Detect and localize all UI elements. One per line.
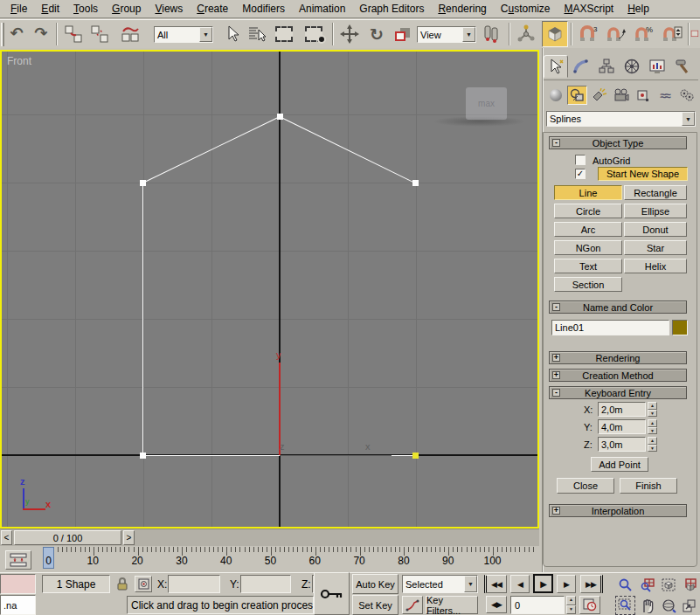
object-color-swatch[interactable] (672, 320, 688, 335)
close-button[interactable]: Close (557, 478, 614, 494)
chevron-down-icon[interactable]: ▼ (682, 112, 695, 126)
menu-views[interactable]: Views (148, 1, 190, 17)
frame-spinner[interactable]: ▲▼ (566, 596, 576, 614)
menu-rendering[interactable]: Rendering (431, 1, 493, 17)
angle-snap-toggle-button[interactable] (603, 22, 629, 46)
default-tangents-button[interactable] (402, 596, 423, 614)
ke-x-input[interactable]: 2,0m (598, 402, 646, 417)
toolbar-grip[interactable] (1, 23, 4, 46)
tab-display[interactable] (645, 55, 669, 78)
spinner-snap-toggle-button[interactable] (659, 22, 685, 46)
unlink-selection-button[interactable] (87, 22, 112, 46)
add-point-button[interactable]: Add Point (591, 457, 648, 472)
select-and-rotate-button[interactable]: ↻ (365, 22, 388, 46)
front-viewport[interactable]: Front max y z x z x y (0, 50, 539, 529)
select-and-link-button[interactable] (61, 22, 86, 46)
undo-button[interactable]: ↶ (5, 22, 28, 45)
bind-to-space-warp-button[interactable] (117, 22, 143, 46)
ke-z-spinner[interactable]: ▲▼ (648, 437, 657, 452)
menu-tools[interactable]: Tools (66, 1, 105, 17)
viewport-label[interactable]: Front (7, 55, 31, 67)
coord-y-input[interactable] (240, 575, 291, 593)
rectangle-button[interactable]: Rectangle (624, 185, 687, 200)
tab-utilities[interactable] (670, 55, 695, 78)
rectangular-selection-region-button[interactable] (271, 22, 297, 46)
named-selection-sets-button[interactable] (690, 22, 700, 46)
menu-modifiers[interactable]: Modifiers (235, 1, 292, 17)
menu-help[interactable]: Help (620, 1, 656, 17)
select-object-button[interactable] (222, 22, 243, 46)
menu-file[interactable]: File (3, 1, 34, 17)
rollout-name-and-color[interactable]: - Name and Color (549, 301, 687, 314)
coord-x-input[interactable] (168, 575, 220, 593)
viewport-canvas[interactable]: Front max y z x z x y (2, 52, 537, 527)
pan-button[interactable] (637, 596, 657, 615)
category-helpers[interactable] (633, 86, 653, 105)
redo-button[interactable]: ↷ (30, 22, 52, 45)
menu-create[interactable]: Create (190, 1, 235, 17)
category-lights[interactable] (589, 86, 609, 105)
selection-lock-toggle[interactable] (115, 577, 129, 591)
arc-rotate-button[interactable] (658, 596, 678, 615)
menu-animation[interactable]: Animation (292, 1, 352, 17)
menu-edit[interactable]: Edit (34, 1, 66, 17)
previous-frame-button[interactable]: ◀ (510, 575, 530, 593)
window-crossing-toggle-button[interactable] (301, 22, 327, 46)
set-key-button[interactable]: Set Key (352, 595, 399, 615)
select-by-name-button[interactable] (245, 22, 269, 46)
current-frame-input[interactable]: 0 (510, 596, 565, 614)
category-cameras[interactable] (611, 86, 631, 105)
keyboard-shortcut-override-button[interactable] (542, 21, 568, 47)
key-filters-button[interactable]: Key Filters... (426, 596, 478, 614)
chevron-down-icon[interactable]: ▼ (462, 27, 475, 42)
ke-x-spinner[interactable]: ▲▼ (648, 402, 657, 417)
go-to-start-button[interactable]: ◀◀ (484, 575, 507, 593)
selection-filter-dropdown[interactable]: All ▼ (154, 26, 213, 43)
open-mini-curve-editor-button[interactable] (5, 550, 31, 570)
select-and-manipulate-button[interactable] (514, 22, 538, 46)
go-to-end-button[interactable]: ▶▶ (580, 575, 603, 593)
play-button[interactable]: ▶ (533, 574, 553, 593)
text-button[interactable]: Text (554, 259, 622, 273)
auto-key-button[interactable]: Auto Key (352, 574, 399, 594)
percent-snap-toggle-button[interactable]: % (631, 22, 657, 46)
rollout-object-type[interactable]: - Object Type (549, 136, 687, 149)
rollout-rendering[interactable]: + Rendering (549, 351, 687, 364)
absolute-offset-mode-toggle[interactable] (135, 576, 152, 592)
select-and-move-button[interactable] (337, 22, 362, 46)
zoom-extents-all-button[interactable] (679, 575, 699, 594)
circle-button[interactable]: Circle (554, 204, 622, 218)
menu-group[interactable]: Group (105, 1, 148, 17)
donut-button[interactable]: Donut (624, 222, 687, 237)
menu-maxscript[interactable]: MAXScript (558, 1, 621, 17)
selected-filter-dropdown[interactable]: Selected ▼ (402, 575, 478, 593)
maxscript-listener-pane[interactable]: .na (0, 595, 36, 615)
reference-coordinate-dropdown[interactable]: View ▼ (417, 26, 476, 43)
ngon-button[interactable]: NGon (554, 240, 622, 255)
rollout-keyboard-entry[interactable]: - Keyboard Entry (549, 386, 687, 399)
tab-create[interactable] (544, 55, 568, 78)
use-pivot-point-center-button[interactable] (479, 22, 503, 46)
time-slider-prev-button[interactable]: < (1, 530, 12, 545)
category-dropdown[interactable]: Splines ▼ (546, 111, 696, 127)
rollout-creation-method[interactable]: + Creation Method (549, 369, 687, 382)
time-configuration-button[interactable] (579, 596, 600, 614)
chevron-down-icon[interactable]: ▼ (199, 27, 212, 42)
track-bar[interactable]: 0 10 20 30 40 50 60 70 80 90 100 (42, 547, 537, 571)
arc-button[interactable]: Arc (554, 222, 622, 237)
start-new-shape-checkbox[interactable]: ✓ (575, 169, 586, 179)
menu-graph-editors[interactable]: Graph Editors (352, 1, 431, 17)
create-key-button[interactable] (314, 572, 350, 615)
key-mode-toggle-button[interactable]: ◀▶ (486, 596, 507, 613)
menu-customize[interactable]: Customize (494, 1, 558, 17)
ellipse-button[interactable]: Ellipse (624, 204, 687, 218)
tab-hierarchy[interactable] (594, 55, 619, 78)
finish-button[interactable]: Finish (620, 478, 677, 494)
zoom-button[interactable] (615, 575, 635, 594)
category-space-warps[interactable]: ≈≈ (655, 86, 675, 105)
ke-z-input[interactable]: 3,0m (598, 437, 646, 452)
section-button[interactable]: Section (554, 277, 622, 292)
ke-y-spinner[interactable]: ▲▼ (648, 419, 657, 434)
zoom-region-button[interactable] (615, 596, 635, 615)
snap-toggle-3d-button[interactable]: 3 (575, 22, 601, 46)
